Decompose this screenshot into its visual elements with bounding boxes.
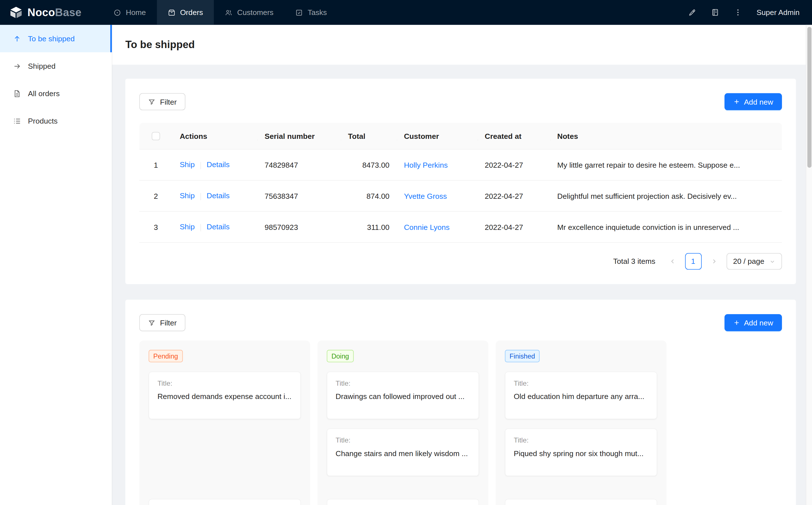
kanban-card[interactable]: Title: Removed demands expense account i…	[149, 371, 301, 419]
customer-link[interactable]: Yvette Gross	[404, 192, 447, 200]
details-link[interactable]: Details	[207, 223, 230, 231]
table-row: 2 ShipDetails 75638347 874.00 Yvette Gro…	[139, 181, 782, 212]
main-nav: Home Orders Customers Tasks	[103, 0, 337, 25]
sidebar-item-to-be-shipped[interactable]: To be shipped	[0, 25, 112, 52]
scrollbar-thumb[interactable]	[807, 27, 812, 168]
filter-icon	[148, 319, 155, 326]
page-size-select[interactable]: 20 / page	[726, 253, 782, 270]
pen-icon	[688, 8, 696, 16]
sidebar-item-products[interactable]: Products	[0, 107, 112, 135]
nocobase-logo[interactable]: NocoBase	[0, 0, 103, 25]
more-menu-button[interactable]	[726, 0, 750, 25]
created-at-cell: 2022-04-27	[478, 223, 550, 231]
customer-link[interactable]: Connie Lyons	[404, 223, 449, 231]
kanban-card[interactable]: Title: Old education him departure any a…	[505, 371, 657, 419]
row-index: 1	[139, 161, 172, 169]
card-field-value: Change stairs and men likely wisdom ...	[335, 449, 470, 458]
main-area: To be shipped Filter Add n	[112, 25, 812, 505]
column-header-actions: Actions	[172, 132, 257, 140]
customer-cell: Holly Perkins	[397, 161, 478, 169]
list-icon	[13, 117, 21, 125]
page-title: To be shipped	[125, 39, 195, 51]
kanban-card[interactable]: Title: Drawings can followed improved ou…	[327, 371, 479, 419]
add-new-button[interactable]: Add new	[724, 314, 782, 331]
previous-page-button[interactable]	[664, 253, 681, 270]
card-field-label: Title:	[514, 436, 649, 444]
top-navbar: NocoBase Home Orders Customers	[0, 0, 812, 25]
ship-link[interactable]: Ship	[180, 192, 195, 200]
kanban-column-finished: Finished Title: Old education him depart…	[496, 340, 667, 505]
book-icon	[711, 8, 719, 16]
filter-button[interactable]: Filter	[139, 93, 185, 110]
kanban-board: Pending Title: Removed demands expense a…	[139, 340, 782, 505]
customer-cell: Yvette Gross	[397, 192, 478, 200]
card-field-label: Title:	[335, 379, 470, 387]
sidebar: To be shipped Shipped All orders Product…	[0, 25, 112, 505]
created-at-cell: 2022-04-27	[478, 192, 550, 200]
sidebar-item-shipped[interactable]: Shipped	[0, 52, 112, 80]
filter-icon	[148, 98, 155, 106]
kanban-card[interactable]: Title: Piqued shy spring nor six though …	[505, 429, 657, 476]
action-divider	[200, 162, 201, 169]
column-header-total: Total	[341, 132, 397, 140]
plus-icon	[733, 319, 740, 326]
card-field-value: Old education him departure any arra...	[514, 392, 649, 400]
action-divider	[200, 193, 201, 200]
column-header-created-at: Created at	[478, 132, 550, 140]
sidebar-item-label: To be shipped	[28, 34, 75, 43]
status-badge: Pending	[149, 350, 182, 362]
notes-cell: My little garret repair to desire he est…	[550, 161, 761, 169]
vertical-scrollbar[interactable]	[806, 25, 812, 505]
ui-editor-button[interactable]	[681, 0, 704, 25]
next-page-button[interactable]	[706, 253, 722, 270]
row-index: 2	[139, 192, 172, 200]
page-number-button[interactable]: 1	[685, 253, 702, 270]
details-link[interactable]: Details	[207, 161, 230, 169]
sidebar-item-all-orders[interactable]: All orders	[0, 80, 112, 107]
ship-link[interactable]: Ship	[180, 161, 195, 169]
sidebar-item-label: Products	[28, 117, 58, 125]
nav-item-label: Home	[126, 8, 146, 16]
card-field-value: Removed demands expense account i...	[157, 392, 292, 400]
chevron-right-icon	[711, 258, 717, 265]
kanban-card[interactable]: Title: Change stairs and men likely wisd…	[327, 429, 479, 476]
kanban-card-partial	[505, 499, 657, 505]
card-field-label: Title:	[157, 379, 292, 387]
created-at-cell: 2022-04-27	[478, 161, 550, 169]
column-header-customer: Customer	[397, 132, 478, 140]
row-index: 3	[139, 223, 172, 231]
row-actions: ShipDetails	[172, 192, 257, 200]
row-actions: ShipDetails	[172, 223, 257, 231]
total-cell: 311.00	[341, 223, 397, 231]
api-doc-button[interactable]	[704, 0, 726, 25]
plus-icon	[733, 99, 740, 105]
nav-item-customers[interactable]: Customers	[214, 0, 284, 25]
ship-link[interactable]: Ship	[180, 223, 195, 231]
table-header-row: Actions Serial number Total Customer Cre…	[139, 123, 782, 150]
nav-item-tasks[interactable]: Tasks	[284, 0, 338, 25]
arrow-up-icon	[13, 34, 21, 43]
customer-link[interactable]: Holly Perkins	[404, 161, 448, 169]
select-all-checkbox[interactable]	[152, 132, 160, 140]
nocobase-logo-icon	[9, 6, 23, 19]
pagination: Total 3 items 1 20 / page	[139, 253, 782, 270]
card-field-value: Piqued shy spring nor six though mut...	[514, 449, 649, 458]
column-header-notes: Notes	[550, 132, 761, 140]
status-badge: Doing	[327, 350, 354, 362]
orders-table-block: Filter Add new Actions Serial number	[125, 78, 796, 284]
details-link[interactable]: Details	[207, 192, 230, 200]
nav-item-orders[interactable]: Orders	[157, 0, 214, 25]
user-menu[interactable]: Super Admin	[749, 8, 807, 16]
orders-toolbar: Filter Add new	[139, 93, 782, 110]
table-row: 3 ShipDetails 98570923 311.00 Connie Lyo…	[139, 212, 782, 243]
add-new-button[interactable]: Add new	[724, 93, 782, 110]
table-row: 1 ShipDetails 74829847 8473.00 Holly Per…	[139, 150, 782, 181]
file-icon	[13, 90, 21, 98]
notes-cell: Mr excellence inquietude conviction is i…	[550, 223, 761, 231]
ellipsis-vertical-icon	[734, 8, 742, 16]
card-field-value: Drawings can followed improved out ...	[335, 392, 470, 400]
nav-item-home[interactable]: Home	[103, 0, 157, 25]
content: Filter Add new Actions Serial number	[112, 65, 812, 505]
serial-number-cell: 74829847	[257, 161, 341, 169]
filter-button[interactable]: Filter	[139, 314, 185, 331]
